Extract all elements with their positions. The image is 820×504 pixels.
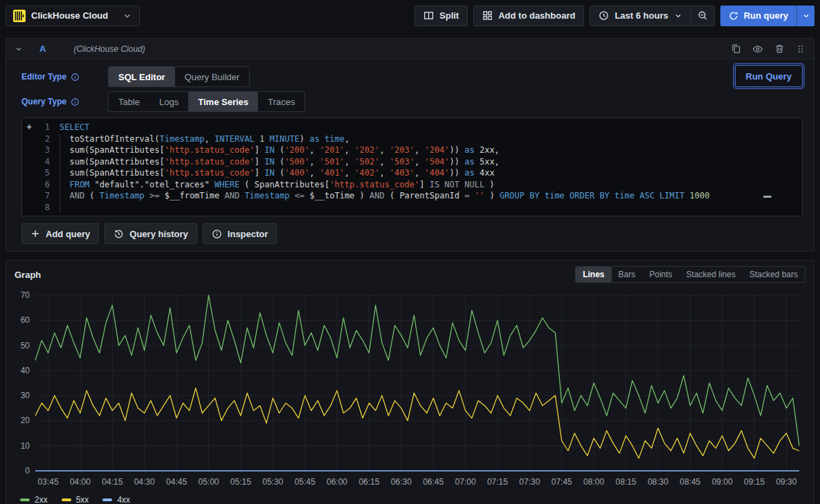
- y-axis-tick-label: 40: [21, 366, 30, 375]
- legend-item-4xx[interactable]: 4xx: [102, 495, 130, 504]
- line-number: 8: [36, 202, 50, 214]
- line-number: 3: [36, 144, 50, 156]
- add-query-button[interactable]: Add query: [21, 223, 99, 244]
- series-5xx-line: [35, 388, 799, 458]
- split-label: Split: [439, 10, 459, 21]
- line-number: 1: [36, 122, 50, 133]
- plus-icon: [30, 229, 40, 239]
- y-axis-tick-label: 60: [21, 315, 30, 325]
- add-to-dashboard-button[interactable]: Add to dashboard: [473, 6, 584, 26]
- add-query-label: Add query: [46, 229, 90, 239]
- time-range-label: Last 6 hours: [614, 10, 668, 21]
- code-line: 4 sum(SpanAttributes['http.status_code']…: [22, 156, 802, 168]
- chevron-down-icon: [674, 12, 682, 20]
- code-text: sum(SpanAttributes['http.status_code'] I…: [50, 156, 802, 168]
- legend-swatch: [102, 498, 112, 501]
- time-range-button[interactable]: Last 6 hours: [590, 6, 691, 26]
- zoom-out-icon: [698, 10, 708, 21]
- legend-label: 4xx: [117, 495, 130, 504]
- legend-item-2xx[interactable]: 2xx: [20, 495, 48, 504]
- x-axis-tick-label: 09:00: [712, 477, 733, 487]
- query-history-button[interactable]: Query history: [104, 223, 197, 244]
- clock-icon: [599, 10, 609, 21]
- line-number: 7: [36, 190, 50, 202]
- y-axis-tick-label: 30: [21, 391, 30, 400]
- time-series-chart[interactable]: 01020304050607003:4504:0004:1504:3004:45…: [15, 286, 805, 492]
- toolbar-actions: Split Add to dashboard Last 6 hours: [414, 6, 814, 26]
- drag-handle-icon[interactable]: [796, 44, 805, 54]
- code-text: AND ( Timestamp >= $__fromTime AND Times…: [50, 190, 802, 202]
- code-text: toStartOfInterval(Timestamp, INTERVAL 1 …: [50, 133, 802, 145]
- datasource-picker[interactable]: ClickHouse Cloud: [6, 6, 140, 26]
- chevron-down-icon: [802, 12, 810, 20]
- run-query-dropdown-button[interactable]: [796, 6, 814, 26]
- query-type-option-traces[interactable]: Traces: [258, 92, 304, 111]
- query-type-toggle: Table Logs Time Series Traces: [108, 91, 305, 112]
- query-footer-actions: Add query Query history Inspector: [21, 223, 803, 244]
- x-axis-tick-label: 06:45: [423, 477, 444, 487]
- editor-type-option-query-builder[interactable]: Query Builder: [175, 67, 249, 86]
- editor-type-label: Editor Type: [21, 72, 66, 82]
- graph-style-stacked-bars[interactable]: Stacked bars: [742, 267, 805, 282]
- query-type-option-time-series[interactable]: Time Series: [188, 92, 258, 111]
- x-axis-tick-label: 08:00: [583, 477, 604, 487]
- y-axis-tick-label: 0: [25, 466, 30, 476]
- delete-query-trash-icon[interactable]: [774, 44, 785, 54]
- editor-type-toggle: SQL Editor Query Builder: [108, 66, 250, 87]
- run-query-button[interactable]: Run query: [720, 6, 796, 26]
- x-axis-tick-label: 05:00: [198, 477, 219, 487]
- x-axis-tick-label: 06:30: [391, 477, 412, 487]
- x-axis-tick-label: 07:45: [552, 477, 572, 487]
- gutter-glyph: [22, 190, 36, 202]
- y-axis-tick-label: 10: [21, 441, 30, 451]
- info-circle-icon: [212, 229, 222, 239]
- editor-type-option-sql-editor[interactable]: SQL Editor: [109, 67, 175, 86]
- editor-type-row: Editor Type SQL Editor Query Builder: [21, 66, 803, 87]
- sql-code-editor[interactable]: +1SELECT2 toStartOfInterval(Timestamp, I…: [21, 118, 803, 216]
- y-axis-tick-label: 50: [21, 341, 30, 351]
- dashboard-grid-icon: [482, 10, 493, 21]
- gutter-glyph: [22, 202, 36, 214]
- x-axis-tick-label: 05:45: [295, 477, 316, 487]
- graph-panel: Graph Lines Bars Points Stacked lines St…: [6, 260, 814, 504]
- collapse-chevron-icon[interactable]: [15, 45, 23, 53]
- x-axis-tick-label: 07:15: [487, 477, 508, 487]
- query-row-header: A (ClickHouse Cloud): [6, 39, 814, 59]
- editor-type-label-group: Editor Type: [21, 72, 108, 82]
- legend-item-5xx[interactable]: 5xx: [62, 495, 89, 504]
- code-line: 6 FROM "default"."otel_traces" WHERE ( S…: [22, 179, 802, 191]
- graph-style-stacked-lines[interactable]: Stacked lines: [680, 267, 742, 282]
- info-icon[interactable]: [71, 97, 80, 106]
- x-axis-tick-label: 04:00: [70, 477, 91, 487]
- query-type-option-table[interactable]: Table: [109, 92, 149, 111]
- legend-label: 5xx: [76, 495, 89, 504]
- split-button[interactable]: Split: [414, 6, 468, 26]
- x-axis-tick-label: 06:00: [327, 477, 347, 487]
- info-icon[interactable]: [71, 73, 80, 82]
- run-query-label: Run query: [744, 10, 788, 21]
- query-row-actions: [731, 44, 805, 55]
- y-axis-tick-label: 20: [21, 416, 30, 425]
- code-line: 7 AND ( Timestamp >= $__fromTime AND Tim…: [22, 190, 802, 202]
- top-toolbar: ClickHouse Cloud Split Add to dashboard …: [0, 0, 820, 31]
- gutter-glyph: [22, 133, 36, 145]
- run-query-card-button[interactable]: Run Query: [735, 65, 803, 87]
- graph-style-bars[interactable]: Bars: [612, 267, 643, 282]
- inspector-button[interactable]: Inspector: [203, 223, 277, 244]
- graph-style-points[interactable]: Points: [642, 267, 679, 282]
- query-type-option-logs[interactable]: Logs: [149, 92, 188, 111]
- code-text: [50, 202, 802, 214]
- y-axis-tick-label: 70: [21, 290, 30, 300]
- history-icon: [113, 229, 124, 239]
- add-line-plus-icon: +: [22, 122, 36, 133]
- hide-response-eye-icon[interactable]: [752, 44, 763, 55]
- x-axis-tick-label: 08:30: [648, 477, 668, 487]
- code-text: FROM "default"."otel_traces" WHERE ( Spa…: [50, 179, 802, 191]
- graph-panel-header: Graph Lines Bars Points Stacked lines St…: [15, 266, 805, 283]
- chevron-down-icon: [122, 11, 132, 21]
- zoom-out-button[interactable]: [691, 6, 715, 26]
- x-axis-tick-label: 06:15: [358, 477, 379, 487]
- duplicate-query-icon[interactable]: [731, 44, 741, 54]
- graph-style-lines[interactable]: Lines: [576, 267, 611, 282]
- query-editor-body: Editor Type SQL Editor Query Builder Que…: [6, 59, 814, 251]
